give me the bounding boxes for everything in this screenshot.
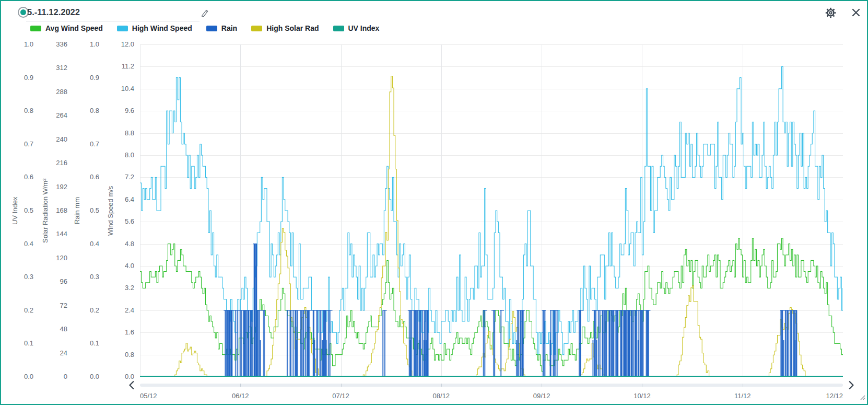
track-notch: [642, 384, 642, 387]
chart-canvas[interactable]: [140, 44, 843, 377]
legend-label: UV Index: [348, 24, 380, 32]
legend-swatch: [333, 26, 344, 31]
wind-tick: 7.2: [1, 173, 134, 181]
wind-tick: 10.4: [1, 85, 134, 92]
legend-label: High Wind Speed: [132, 24, 192, 32]
solar-tick: 144: [1, 230, 67, 238]
rain-tick: 0.5: [1, 207, 99, 214]
track-notch: [542, 384, 542, 387]
radio-dot: [20, 9, 26, 15]
solar-tick: 192: [1, 183, 67, 191]
wind-tick: 6.4: [1, 196, 134, 203]
pencil-icon[interactable]: [200, 7, 209, 17]
legend-item-uv-index[interactable]: UV Index: [333, 24, 380, 32]
legend-item-rain[interactable]: Rain: [206, 24, 237, 32]
resize-grip-icon[interactable]: [859, 393, 865, 402]
solar-tick: 120: [1, 254, 67, 262]
rain-tick: 0.9: [1, 74, 99, 82]
gear-icon[interactable]: [825, 7, 836, 18]
wind-tick: 0.0: [1, 373, 134, 380]
wind-tick: 3.2: [1, 284, 134, 292]
legend-label: Rain: [221, 24, 237, 32]
time-scrollbar[interactable]: [140, 384, 843, 387]
track-notch: [240, 384, 241, 387]
legend-swatch: [117, 26, 128, 31]
x-axis-label: 06/12: [232, 392, 249, 400]
x-axis-label: 09/12: [533, 392, 550, 400]
x-axis-label: 07/12: [332, 392, 349, 400]
wind-tick: 1.6: [1, 329, 134, 336]
legend-swatch: [30, 26, 41, 31]
track-notch: [743, 384, 743, 387]
legend-label: High Solar Rad: [266, 24, 319, 32]
legend-label: Avg Wind Speed: [45, 24, 103, 32]
track-notch: [441, 384, 442, 387]
rain-tick: 0.1: [1, 340, 99, 347]
chevron-left-icon[interactable]: [127, 380, 137, 390]
x-axis-label: 08/12: [433, 392, 450, 400]
wind-tick: 2.4: [1, 307, 134, 314]
chart-legend: Avg Wind SpeedHigh Wind SpeedRainHigh So…: [30, 24, 379, 32]
x-axis-label: 12/12: [826, 392, 843, 400]
rain-tick: 0.7: [1, 141, 99, 148]
wind-tick: 9.6: [1, 107, 134, 114]
legend-swatch: [251, 26, 262, 31]
x-axis-label: 11/12: [734, 392, 751, 400]
rain-tick: 0.3: [1, 273, 99, 281]
legend-swatch: [206, 26, 217, 31]
wind-tick: 4.8: [1, 240, 134, 248]
wind-tick: 11.2: [1, 63, 134, 70]
legend-item-high-wind-speed[interactable]: High Wind Speed: [117, 24, 192, 32]
track-notch: [341, 384, 342, 387]
wind-axis-title: Wind Speed m/s: [106, 44, 114, 377]
close-icon[interactable]: [851, 7, 861, 18]
date-range-input[interactable]: [26, 5, 200, 21]
weather-chart-dialog: Avg Wind SpeedHigh Wind SpeedRainHigh So…: [0, 0, 868, 405]
wind-tick: 8.0: [1, 152, 134, 159]
x-axis-label: 05/12: [140, 392, 157, 400]
wind-tick: 0.8: [1, 351, 134, 358]
wind-tick: 5.6: [1, 218, 134, 225]
legend-item-avg-wind-speed[interactable]: Avg Wind Speed: [30, 24, 103, 32]
solar-tick: 216: [1, 159, 67, 167]
wind-tick: 4.0: [1, 262, 134, 270]
x-axis-label: 10/12: [634, 392, 651, 400]
wind-tick: 8.8: [1, 130, 134, 137]
chevron-right-icon[interactable]: [846, 380, 855, 390]
legend-item-high-solar-rad[interactable]: High Solar Rad: [251, 24, 319, 32]
wind-tick: 12.0: [1, 41, 134, 48]
